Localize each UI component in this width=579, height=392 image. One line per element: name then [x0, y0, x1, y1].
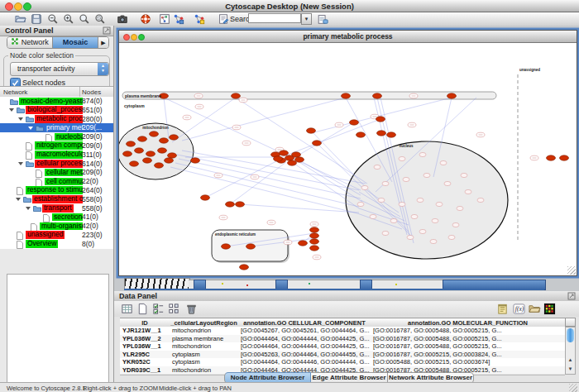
disclosure-arrow-icon[interactable]	[9, 108, 14, 112]
svg-text:plasma membrane: plasma membrane	[125, 93, 161, 98]
network-canvas[interactable]: plasma membranecytoplasmmitochondrionnuc…	[119, 43, 575, 274]
tree-row-count: 311(0)	[82, 151, 102, 160]
tree-row-label: biological_process	[26, 106, 83, 114]
search-dropdown-button[interactable]: ▼	[301, 13, 312, 25]
attribute-matrix-icon[interactable]	[167, 303, 179, 315]
column-divider[interactable]	[79, 87, 80, 97]
status-bar: Welcome to Cytoscape 2.8.1 Right-click +…	[0, 382, 579, 392]
destroy-view-icon[interactable]	[173, 13, 184, 25]
table-cell: YKR052C	[120, 358, 170, 366]
select-attributes-icon[interactable]	[152, 303, 165, 315]
tree-row[interactable]: biological_process651(0)	[0, 106, 113, 115]
data-panel-toolbar: f(x)	[114, 301, 579, 317]
background-window-border	[124, 289, 544, 290]
create-view-icon[interactable]	[194, 13, 205, 25]
tree-row[interactable]: mosaic-demo-yeast874(0)	[0, 97, 113, 106]
zoom-out-icon[interactable]	[47, 13, 59, 25]
open-folder-icon[interactable]	[15, 13, 26, 25]
tab-network[interactable]: Network	[7, 37, 53, 48]
network-window-titlebar[interactable]: primary metabolic process	[119, 31, 577, 43]
tab-overflow-arrow[interactable]: ▶	[98, 37, 108, 48]
zoom-selected-icon[interactable]	[94, 13, 106, 25]
search-options-icon[interactable]	[317, 13, 328, 25]
table-row[interactable]: YPL036W__1mitochondrion[GO:0044464, GO:0…	[120, 342, 565, 351]
tree-row[interactable]: primary metabo209(...	[0, 123, 113, 132]
disclosure-arrow-icon[interactable]	[28, 127, 33, 130]
attribute-table-icon[interactable]	[121, 303, 133, 315]
table-row[interactable]: YJR121W__1mitochondrion[GO:0045267, GO:0…	[120, 327, 565, 335]
tree-row[interactable]: nitrogen compo209(0)	[0, 141, 113, 151]
disclosure-arrow-icon[interactable]	[18, 162, 23, 165]
tree-row[interactable]: cellular metabo209(0)	[0, 168, 113, 177]
table-cell: [GO:0045263, GO:0044464, GO:0044455, G..…	[238, 351, 371, 359]
tree-row-label: multi-organism pro	[40, 222, 83, 231]
search-input[interactable]	[248, 13, 301, 23]
page-icon	[17, 241, 23, 249]
status-hint-zoom: Right-click + drag to ZOOM	[83, 385, 158, 392]
birdseye-view[interactable]	[7, 274, 109, 392]
tree-row[interactable]: multi-organism pro42(0)	[0, 222, 113, 231]
disclosure-arrow-icon[interactable]	[16, 198, 21, 201]
table-row[interactable]: YPL036W__2plasma membrane[GO:0044464, GO…	[120, 335, 565, 343]
tree-row[interactable]: macromolecule311(0)	[0, 151, 113, 160]
disclosure-arrow-icon[interactable]	[26, 207, 31, 210]
tree-row[interactable]: cell communicat22(0)	[0, 177, 113, 186]
tree-row-count: 8(0)	[82, 240, 94, 249]
import-folder-icon[interactable]	[529, 303, 541, 315]
tree-row[interactable]: response to stimulu264(0)	[0, 186, 113, 195]
tree-row-count: 209(0)	[82, 141, 103, 151]
sliver-dot	[395, 284, 397, 285]
tree-row-label: primary metabo	[45, 124, 83, 132]
save-icon[interactable]	[31, 13, 42, 25]
control-panel: Control Panel Network Mosaic ▶ Node colo…	[0, 26, 114, 382]
table-corner-button[interactable]	[565, 318, 576, 327]
table-cell: YJR121W__1	[120, 327, 170, 335]
disclosure-arrow-icon[interactable]	[18, 117, 23, 121]
tab-mosaic[interactable]: Mosaic	[53, 37, 98, 48]
window-resize-grip[interactable]	[569, 384, 577, 392]
table-scrollbar[interactable]: ▲ ▼	[565, 327, 576, 375]
tree-row-label: transport	[42, 204, 74, 213]
tree-row[interactable]: establishment of lo558(0)	[0, 195, 113, 204]
scrollbar-thumb[interactable]	[567, 328, 574, 342]
tree-row[interactable]: nucleobase-209(0)	[0, 132, 113, 141]
tree-row-label: mosaic-demo-yeast	[19, 98, 83, 106]
scroll-up-arrow[interactable]: ▲	[566, 356, 575, 365]
tree-row[interactable]: cellular process614(0)	[0, 160, 113, 169]
tree-row-count: 651(0)	[82, 106, 103, 115]
table-cell: [GO:0016787, GO:0005488, GO:0005215, G..…	[371, 342, 565, 351]
tree-row[interactable]: unassigned223(0)	[0, 231, 113, 240]
tree-row[interactable]: transport558(0)	[0, 204, 113, 213]
tree-row-label: cellular process	[35, 160, 83, 168]
node-color-select[interactable]: transporter activity ▲▼	[10, 62, 109, 76]
scroll-down-arrow[interactable]: ▼	[566, 365, 575, 374]
zoom-in-icon[interactable]	[63, 13, 74, 25]
heatmap-matrix-icon[interactable]	[543, 303, 556, 315]
tree-row-label: nucleobase-	[55, 133, 83, 141]
table-cell: YPL036W__2	[120, 335, 170, 343]
zoom-fit-icon[interactable]	[79, 13, 90, 25]
new-attribute-icon[interactable]	[136, 303, 149, 315]
table-cell: YPL036W__1	[120, 342, 170, 351]
formula-fx-icon[interactable]: f(x)	[513, 303, 525, 315]
attribute-notepad-icon[interactable]	[496, 303, 509, 315]
tree-row-label: establishment of lo	[32, 195, 83, 203]
tree-row[interactable]: Overview8(0)	[0, 240, 113, 249]
tree-row-count: 42(0)	[82, 222, 98, 231]
table-row[interactable]: YLR295Ccytoplasm[GO:0045263, GO:0044464,…	[120, 351, 565, 359]
help-lifering-icon[interactable]	[140, 13, 151, 25]
overview-window-icon[interactable]	[159, 13, 170, 25]
status-welcome: Welcome to Cytoscape 2.8.1	[7, 385, 86, 392]
snapshot-camera-icon[interactable]	[117, 13, 128, 25]
delete-attribute-trash-icon[interactable]	[185, 303, 198, 315]
table-cell: [GO:0016787, GO:0005488, GO:0005215, G..…	[371, 327, 565, 335]
tree-row-count: 614(0)	[82, 160, 103, 169]
tree-row-count: 264(0)	[82, 186, 103, 195]
node-color-legend: Node color selection	[8, 51, 75, 60]
tree-row[interactable]: metabolic process280(0)	[0, 115, 113, 124]
annotation-icon[interactable]	[218, 13, 229, 25]
tree-row[interactable]: secretion41(0)	[0, 213, 113, 222]
frame-resize-grip[interactable]	[567, 266, 576, 275]
table-row[interactable]: YKR052Ccytoplasm[GO:0044464, GO:0044446,…	[120, 358, 565, 366]
control-panel-title: Control Panel	[5, 26, 54, 35]
